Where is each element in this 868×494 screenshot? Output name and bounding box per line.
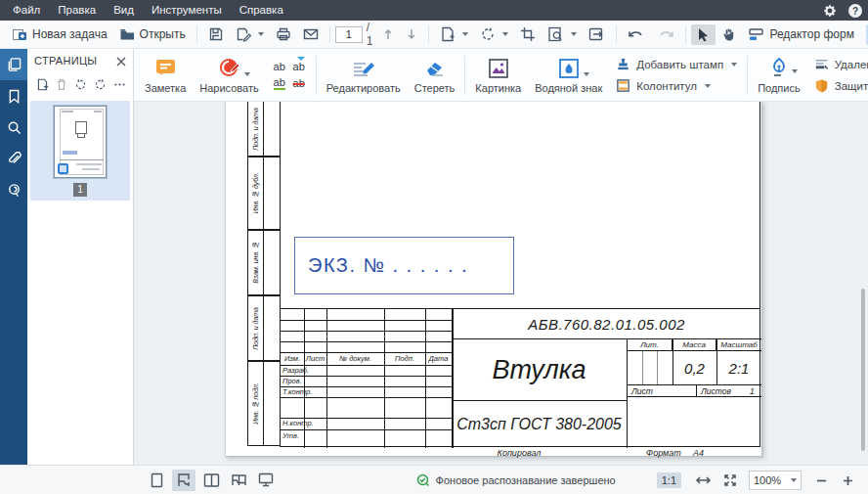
tb-mass-value: 0,2 bbox=[673, 351, 716, 384]
page-total-label: / 1 bbox=[367, 21, 373, 48]
replace-text-button[interactable]: ab bbox=[293, 61, 305, 72]
signature-button[interactable]: Подпись bbox=[751, 54, 807, 96]
gost-title-block: Изм. Лист № докум. Подп. Дата Разраб. Пр… bbox=[280, 308, 760, 447]
settings-gear-icon[interactable] bbox=[817, 3, 843, 19]
menu-tools[interactable]: Инструменты bbox=[143, 0, 231, 21]
select-cursor-button[interactable] bbox=[691, 24, 716, 45]
tb-material: Ст3сп ГОСТ 380-2005 bbox=[452, 401, 628, 448]
new-task-button[interactable]: Новая задача bbox=[6, 23, 113, 45]
tb-copied-label: Копировал bbox=[460, 448, 578, 458]
margin-label: Подп. и дата bbox=[252, 307, 259, 350]
menu-file[interactable]: Файл bbox=[4, 0, 49, 21]
rotate-page-button[interactable] bbox=[474, 23, 514, 45]
menu-help[interactable]: Справка bbox=[231, 0, 292, 21]
zoom-level-select[interactable]: 100% bbox=[749, 471, 802, 490]
crop-button[interactable] bbox=[514, 23, 542, 45]
add-page-button[interactable] bbox=[434, 23, 474, 45]
email-button[interactable] bbox=[297, 23, 325, 45]
add-stamp-caret-icon bbox=[731, 63, 737, 67]
draw-button[interactable]: Нарисовать bbox=[193, 54, 265, 96]
rail-bookmarks-button[interactable] bbox=[0, 80, 27, 112]
previous-page-button[interactable] bbox=[376, 24, 400, 44]
tb-mass-label: Масса bbox=[673, 339, 716, 351]
menu-view[interactable]: Вид bbox=[105, 0, 143, 21]
zoom-out-button[interactable] bbox=[815, 472, 828, 489]
export-button[interactable] bbox=[583, 23, 611, 45]
header-footer-button[interactable]: Колонтитул bbox=[616, 76, 737, 96]
fit-page-button[interactable] bbox=[723, 472, 737, 489]
data-removal-label: Удаление данных bbox=[835, 59, 868, 70]
panel-rotate-left-icon[interactable] bbox=[74, 75, 87, 93]
thumbnail-page-number: 1 bbox=[73, 183, 87, 197]
two-page-view-button[interactable] bbox=[199, 470, 223, 491]
vertical-scrollbar[interactable] bbox=[861, 289, 865, 451]
single-page-view-button[interactable] bbox=[145, 470, 168, 491]
navigation-rail bbox=[0, 49, 27, 465]
text-markup-group: ab ab ab ab bbox=[266, 59, 313, 92]
add-stamp-button[interactable]: Добавить штамп bbox=[616, 55, 737, 74]
edit-icon bbox=[351, 56, 376, 79]
form-editor-button[interactable]: Редактор форм bbox=[742, 24, 859, 45]
redo-button[interactable] bbox=[651, 24, 680, 44]
tb-col-podp: Подп. bbox=[384, 352, 425, 365]
page-number-input[interactable] bbox=[335, 26, 363, 43]
recognition-status: Фоновое распознавание завершено bbox=[416, 473, 616, 487]
underline-text-button[interactable]: ab bbox=[274, 76, 285, 90]
status-bar: Фоновое распознавание завершено 1:1 100% bbox=[0, 465, 868, 494]
open-button[interactable]: Открыть bbox=[113, 23, 192, 45]
password-protect-button[interactable]: Защита паролем bbox=[814, 76, 868, 96]
rail-search-button[interactable] bbox=[0, 112, 27, 143]
panel-add-page-icon[interactable] bbox=[36, 75, 49, 93]
undo-button[interactable] bbox=[622, 24, 651, 44]
fit-width-button[interactable] bbox=[695, 472, 712, 489]
next-page-button[interactable] bbox=[400, 24, 423, 44]
page-view-zoom-button[interactable] bbox=[542, 23, 583, 45]
panel-delete-page-icon[interactable] bbox=[56, 75, 67, 93]
ekz-stamp-field[interactable]: ЭКЗ. № . . . . . . bbox=[294, 237, 514, 294]
tb-lit-label: Лит. bbox=[628, 339, 673, 351]
add-page-caret-icon bbox=[462, 32, 468, 36]
tb-sheet-label: Лист bbox=[631, 386, 653, 396]
margin-label: Подп. и дата bbox=[252, 108, 259, 151]
help-icon[interactable]: ? bbox=[843, 3, 868, 19]
draw-icon bbox=[217, 56, 242, 79]
save-as-button[interactable] bbox=[230, 23, 270, 45]
picture-button[interactable]: Картинка bbox=[468, 54, 528, 96]
erase-icon bbox=[423, 56, 447, 79]
rail-pages-button[interactable] bbox=[0, 49, 27, 80]
rail-attachments-button[interactable] bbox=[0, 143, 27, 174]
strikethrough-text-button[interactable]: ab bbox=[293, 77, 305, 89]
document-area[interactable]: Подп. и дата Инв. № дубл. Взам. инв. № П… bbox=[134, 102, 868, 465]
two-page-continuous-button[interactable] bbox=[227, 470, 250, 491]
tb-col-izm: Изм. bbox=[281, 352, 304, 365]
menu-edit[interactable]: Правка bbox=[49, 0, 105, 21]
erase-button[interactable]: Стереть bbox=[408, 54, 462, 96]
actual-size-button[interactable]: 1:1 bbox=[657, 472, 681, 488]
note-button[interactable]: Заметка bbox=[138, 54, 193, 96]
edit-button[interactable]: Редактировать bbox=[320, 54, 408, 96]
page-thumbnail-1[interactable] bbox=[54, 106, 107, 178]
watermark-icon bbox=[558, 56, 580, 79]
continuous-view-button[interactable] bbox=[172, 470, 195, 491]
save-as-caret-icon bbox=[258, 32, 264, 36]
data-removal-button[interactable]: Удаление данных bbox=[814, 55, 868, 74]
zoom-in-button[interactable] bbox=[842, 472, 854, 489]
watermark-button[interactable]: Водяной знак bbox=[528, 54, 609, 96]
hand-pan-button[interactable] bbox=[716, 24, 742, 45]
print-button[interactable] bbox=[270, 23, 297, 45]
rail-signatures-button[interactable] bbox=[0, 174, 27, 205]
rotate-caret-icon bbox=[502, 32, 508, 36]
new-task-label: Новая задача bbox=[32, 27, 108, 41]
panel-more-icon[interactable] bbox=[113, 75, 126, 93]
password-protect-label: Защита паролем bbox=[835, 80, 868, 92]
pages-panel: СТРАНИЦЫ 1 bbox=[27, 49, 134, 465]
header-footer-label: Колонтитул bbox=[636, 80, 697, 92]
close-panel-icon[interactable] bbox=[116, 55, 126, 67]
panel-rotate-right-icon[interactable] bbox=[94, 75, 107, 93]
pdf-editor-window: Файл Правка Вид Инструменты Справка ? Но… bbox=[0, 0, 868, 494]
insert-text-button[interactable]: ab bbox=[274, 61, 285, 72]
save-button[interactable] bbox=[202, 23, 230, 45]
margin-label: Взам. инв. № bbox=[252, 242, 259, 284]
menu-bar: Файл Правка Вид Инструменты Справка ? bbox=[0, 0, 868, 21]
presentation-view-button[interactable] bbox=[254, 470, 278, 491]
